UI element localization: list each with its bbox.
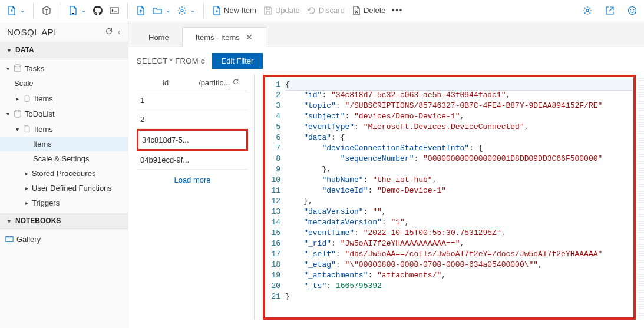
tree-item-tdl-stored-procedures[interactable]: ▸ Stored Procedures [0, 166, 128, 181]
new-item-label: New Item [224, 6, 256, 15]
json-editor[interactable]: 123456789101112131415161718192021 { "id"… [263, 75, 636, 320]
new-item-button[interactable]: New Item [209, 4, 260, 18]
item-list: id /partitio... 1 2 34c818d7-5... 04b91e… [137, 75, 255, 320]
delete-button[interactable]: Delete [348, 4, 389, 18]
chevron-right-icon: ▸ [24, 200, 29, 206]
line-number-gutter: 123456789101112131415161718192021 [266, 79, 285, 315]
document-up-icon [136, 6, 146, 15]
document-icon [22, 124, 32, 134]
folder-open-icon [153, 6, 162, 15]
github-icon [93, 6, 103, 15]
content-area: Home Items - Items ✕ SELECT * FROM c Edi… [128, 21, 644, 328]
tree-item-gallery[interactable]: Gallery [0, 231, 128, 247]
chevron-down-icon: ⌄ [81, 7, 86, 14]
chevron-down-icon: ▾ [14, 126, 20, 132]
tree-item-tasks-scale[interactable]: Scale [0, 76, 128, 91]
smile-icon [628, 6, 637, 15]
tree-item-tdl-items[interactable]: Items [0, 137, 128, 151]
gear-icon [177, 6, 187, 15]
tree-item-tdl-items-container[interactable]: ▾ Items [0, 121, 128, 137]
chevron-down-icon: ▾ [6, 47, 12, 54]
tree-item-todolist[interactable]: ▾ ToDoList [0, 106, 128, 121]
tab-home[interactable]: Home [136, 28, 182, 47]
github-button[interactable] [90, 4, 106, 18]
tree-item-tasks-items[interactable]: ▸ Items [0, 91, 128, 106]
external-link-button[interactable] [602, 4, 618, 18]
new-item-icon [212, 6, 222, 15]
upload-button[interactable] [133, 4, 149, 18]
discard-button[interactable]: Discard [303, 4, 348, 18]
cube-icon [42, 6, 51, 15]
new-sql-query-button[interactable]: ⌄ [4, 4, 28, 18]
chevron-down-icon: ▾ [6, 218, 12, 224]
script-button[interactable]: ⌄ [65, 4, 90, 18]
svg-point-1 [181, 9, 183, 12]
filter-query-text: SELECT * FROM c [137, 57, 205, 65]
svg-point-4 [630, 9, 632, 10]
chevron-right-icon: ▸ [24, 185, 29, 191]
tabbar: Home Items - Items ✕ [128, 21, 644, 47]
svg-point-6 [15, 65, 21, 67]
feedback-button[interactable] [624, 4, 640, 18]
open-button[interactable]: ⌄ [149, 4, 174, 18]
edit-filter-button[interactable]: Edit Filter [212, 53, 263, 69]
tree-item-tdl-scale-settings[interactable]: Scale & Settings [0, 151, 128, 166]
item-row[interactable]: 04b91ecd-9f... [137, 151, 248, 170]
refresh-icon[interactable] [105, 27, 113, 37]
terminal-button[interactable] [106, 4, 123, 18]
chevron-down-icon: ⌄ [190, 7, 195, 14]
save-icon [263, 6, 273, 15]
chevron-right-icon: ▸ [24, 170, 29, 177]
section-data[interactable]: ▾ DATA [0, 42, 128, 58]
settings-button[interactable] [579, 4, 596, 18]
database-icon [13, 109, 22, 118]
ellipsis-icon: ••• [392, 6, 402, 15]
update-button[interactable]: Update [260, 4, 303, 18]
item-row[interactable]: 2 [137, 110, 248, 129]
sidebar-title: NOSQL API [7, 27, 57, 37]
svg-point-5 [633, 9, 635, 10]
code-body[interactable]: { "id": "34c818d7-5c32-c063-ae5b-43f0944… [285, 79, 632, 315]
settings-dropdown-button[interactable]: ⌄ [174, 4, 199, 18]
chevron-down-icon: ▾ [5, 65, 11, 72]
filter-row: SELECT * FROM c Edit Filter [128, 47, 644, 75]
tree-item-tasks[interactable]: ▾ Tasks [0, 61, 128, 76]
undo-icon [307, 6, 316, 15]
item-row[interactable]: 1 [137, 91, 248, 110]
column-header-id[interactable]: id [139, 78, 193, 87]
gear-icon [583, 6, 592, 15]
item-row[interactable]: 34c818d7-5... [137, 129, 248, 151]
database-icon [13, 64, 22, 73]
delete-icon [352, 6, 361, 15]
collapse-sidebar-icon[interactable]: ‹ [118, 27, 121, 37]
svg-point-7 [15, 110, 21, 112]
svg-point-3 [629, 6, 636, 14]
section-notebooks[interactable]: ▾ NOTEBOOKS [0, 213, 128, 229]
delete-label: Delete [364, 6, 386, 15]
close-icon[interactable]: ✕ [246, 32, 253, 42]
document-plus-icon [7, 6, 16, 15]
discard-label: Discard [319, 6, 345, 15]
chevron-down-icon: ⌄ [166, 7, 170, 14]
svg-point-2 [586, 9, 589, 12]
refresh-icon[interactable] [232, 78, 239, 87]
load-more-button[interactable]: Load more [137, 170, 248, 190]
update-label: Update [275, 6, 300, 15]
svg-rect-0 [110, 8, 118, 14]
more-button[interactable]: ••• [389, 4, 405, 18]
document-icon [22, 94, 32, 103]
chevron-down-icon: ▾ [5, 111, 11, 117]
sidebar: NOSQL API ‹ ▾ DATA ▾ Tasks Scale [0, 21, 128, 328]
minimap[interactable] [638, 75, 644, 320]
document-arrow-icon [68, 6, 78, 15]
svg-rect-8 [6, 237, 13, 242]
tree-item-tdl-triggers[interactable]: ▸ Triggers [0, 196, 128, 210]
tab-items[interactable]: Items - Items ✕ [182, 27, 266, 47]
top-toolbar: ⌄ ⌄ [0, 0, 644, 21]
chevron-right-icon: ▸ [14, 95, 20, 102]
column-header-partitionkey[interactable]: /partitio... [193, 78, 246, 87]
gallery-icon [5, 234, 14, 244]
tree-item-tdl-udf[interactable]: ▸ User Defined Functions [0, 181, 128, 196]
cube-button[interactable] [38, 4, 55, 18]
chevron-down-icon: ⌄ [20, 7, 25, 14]
